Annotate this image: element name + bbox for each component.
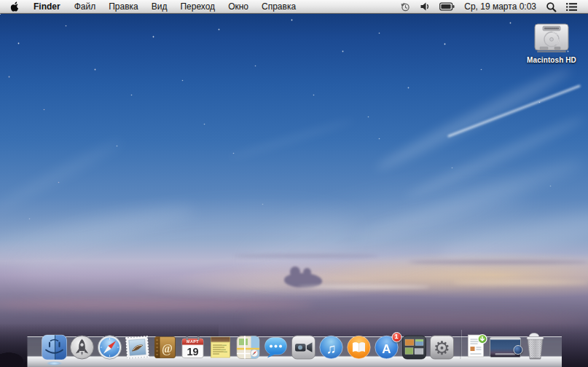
maps-icon (235, 334, 261, 360)
dock-item-launchpad[interactable] (68, 334, 95, 360)
menu-item-file[interactable]: Файл (68, 0, 103, 13)
menu-item-view[interactable]: Вид (145, 0, 174, 13)
dock-item-calendar[interactable]: МАРТ 19 (179, 334, 205, 360)
dock-item-mail[interactable] (124, 334, 150, 360)
safari-icon (96, 334, 122, 360)
minimized-window-app-badge (513, 345, 522, 355)
contrail (447, 84, 581, 138)
apple-logo-icon (9, 1, 19, 12)
running-indicator (46, 361, 62, 366)
mission-control-icon (401, 334, 427, 360)
svg-text:♫: ♫ (326, 341, 336, 356)
dock-item-finder[interactable] (41, 334, 67, 360)
notes-icon (207, 334, 233, 360)
menu-item-help[interactable]: Справка (255, 0, 302, 13)
desktop-icon-macintosh-hd[interactable]: Macintosh HD (525, 23, 578, 64)
battery-menu[interactable] (435, 0, 459, 13)
volume-menu[interactable] (415, 0, 435, 13)
mail-icon (124, 334, 150, 360)
dock: @ МАРТ 19 (37, 330, 551, 367)
spotlight-menu[interactable] (541, 0, 561, 13)
time-machine-icon (400, 1, 411, 12)
dock-item-contacts[interactable]: @ (152, 334, 178, 360)
dock-item-trash[interactable] (522, 331, 547, 360)
menu-bar: Finder Файл Правка Вид Переход Окно Спра… (0, 0, 588, 14)
dock-item-notes[interactable] (207, 334, 233, 360)
svg-text:⚙: ⚙ (433, 337, 450, 359)
dock-item-safari[interactable] (96, 334, 122, 360)
dock-item-downloads-document[interactable] (466, 333, 487, 360)
messages-icon (262, 334, 289, 360)
hard-drive-icon (532, 23, 571, 55)
notification-center-icon (565, 2, 578, 12)
facetime-icon (290, 334, 316, 360)
dock-item-ibooks[interactable] (345, 334, 372, 360)
launchpad-icon (68, 334, 95, 360)
spotlight-icon (546, 1, 557, 12)
dock-divider (460, 330, 460, 359)
menu-item-finder[interactable]: Finder (26, 0, 68, 13)
contacts-icon: @ (152, 334, 178, 360)
time-machine-menu[interactable] (396, 0, 415, 13)
finder-icon (41, 334, 67, 360)
ibooks-icon (345, 334, 372, 360)
svg-text:19: 19 (187, 346, 198, 358)
app-store-badge: 1 (391, 332, 401, 342)
downloads-document-icon (466, 333, 487, 360)
dock-item-facetime[interactable] (290, 334, 316, 360)
calendar-icon: МАРТ 19 (179, 334, 205, 360)
notification-center-menu[interactable] (561, 0, 582, 13)
stars (0, 14, 1, 15)
menu-status-area: Ср, 19 марта 0:03 (396, 0, 588, 13)
dock-item-messages[interactable] (262, 334, 289, 360)
itunes-icon: ♫ (318, 334, 344, 360)
dock-item-itunes[interactable]: ♫ (318, 334, 344, 360)
trash-icon (522, 331, 547, 360)
battery-icon (439, 2, 455, 11)
volume-label: Macintosh HD (525, 56, 578, 64)
dock-item-system-preferences[interactable]: ⚙ (428, 334, 455, 360)
screen: Finder Файл Правка Вид Переход Окно Спра… (0, 0, 588, 367)
menu-item-window[interactable]: Окно (222, 0, 255, 13)
apple-menu[interactable] (0, 0, 26, 13)
menu-left: Finder Файл Правка Вид Переход Окно Спра… (0, 0, 302, 13)
dock-item-maps[interactable] (235, 334, 261, 360)
svg-text:A: A (382, 342, 391, 356)
system-preferences-icon: ⚙ (428, 334, 455, 360)
volume-icon (420, 1, 431, 12)
desktop-wallpaper[interactable]: Macintosh HD (0, 14, 588, 367)
svg-text:@: @ (162, 342, 173, 355)
svg-text:МАРТ: МАРТ (186, 339, 198, 344)
menu-item-go[interactable]: Переход (173, 0, 222, 13)
menu-clock[interactable]: Ср, 19 марта 0:03 (459, 1, 541, 12)
dock-item-minimized-window[interactable] (489, 336, 521, 359)
dock-item-mission-control[interactable] (401, 334, 427, 360)
menu-item-edit[interactable]: Правка (102, 0, 145, 13)
dock-item-app-store[interactable]: A 1 (373, 334, 399, 360)
